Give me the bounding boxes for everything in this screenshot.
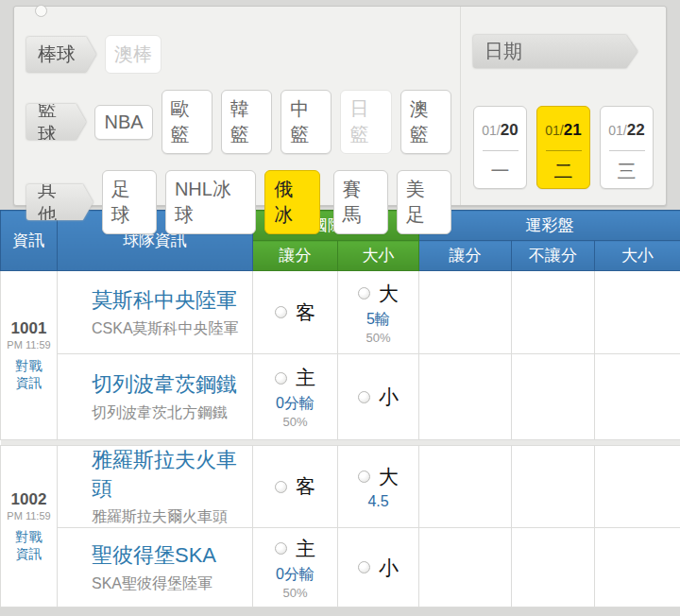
date-month-prefix: 01/ — [482, 123, 500, 138]
matchup-info-link[interactable]: 對戰資訊 — [1, 528, 57, 562]
bet-option-label: 客 — [296, 299, 315, 326]
intl-total-cell: 小 — [338, 528, 419, 607]
column-header-lottery-no-spread: 不讓分 — [512, 241, 595, 271]
intl-spread-cell: 主 0分輸 50% — [253, 354, 338, 440]
spread-radio-button[interactable] — [275, 306, 287, 318]
lottery-spread-cell-empty — [419, 528, 512, 607]
sport-button-nba[interactable]: NBA — [94, 105, 152, 140]
date-weekday: 三 — [618, 159, 637, 184]
date-filter-section: 日期 01/20 一 01/21 二 01/22 三 — [461, 7, 666, 205]
lottery-spread-cell-empty — [419, 446, 512, 528]
date-weekday: 一 — [491, 159, 510, 184]
bet-line-value: 0分輸 — [253, 565, 337, 585]
category-tag-other: 其他 — [26, 184, 94, 220]
lottery-total-cell-empty — [595, 446, 680, 528]
lottery-spread-cell-empty — [419, 354, 512, 440]
sport-button-japan-basketball[interactable]: 日籃 — [340, 90, 391, 154]
bet-option-label: 大 — [379, 464, 399, 490]
team-subtitle: SKA聖彼得堡陸軍 — [92, 574, 252, 594]
bet-line-value: 5輸 — [338, 310, 418, 330]
total-radio-button[interactable] — [358, 561, 370, 573]
team-name-link[interactable]: 莫斯科中央陸軍 — [92, 286, 252, 315]
panel-collapse-handle[interactable] — [35, 5, 47, 17]
team-name-link[interactable]: 聖彼得堡SKA — [92, 541, 252, 570]
match-id: 1001 — [1, 319, 57, 338]
filter-area: 棒球 澳棒 籃球 NBA 歐籃 韓籃 中籃 日籃 澳籃 其他 足球 NHL冰球 … — [0, 0, 680, 210]
sport-button-soccer[interactable]: 足球 — [102, 170, 157, 234]
sport-button-us-football[interactable]: 美足 — [397, 170, 451, 234]
sport-button-aus-baseball[interactable]: 澳棒 — [105, 35, 162, 74]
lottery-no-spread-cell-empty — [512, 528, 595, 607]
spread-radio-button[interactable] — [275, 542, 287, 555]
intl-total-cell: 大 4.5 — [338, 446, 419, 528]
date-month-prefix: 01/ — [608, 123, 626, 138]
sport-button-russia-hockey[interactable]: 俄冰 — [264, 170, 319, 234]
date-day: 21 — [564, 121, 582, 139]
date-button-0121-selected[interactable]: 01/21 二 — [536, 106, 590, 189]
date-weekday: 二 — [554, 159, 573, 184]
bet-line-value: 4.5 — [338, 493, 418, 510]
bet-option-label: 小 — [379, 384, 399, 410]
bet-win-percent: 50% — [253, 586, 337, 600]
sport-button-aus-basketball[interactable]: 澳籃 — [400, 90, 451, 154]
match-time: PM 11:59 — [1, 510, 57, 522]
date-day: 20 — [501, 121, 518, 139]
total-radio-button[interactable] — [358, 391, 370, 403]
date-section-title: 日期 — [473, 35, 638, 68]
intl-total-cell: 小 — [338, 354, 419, 440]
filter-row-other: 其他 足球 NHL冰球 俄冰 賽馬 美足 — [26, 170, 460, 234]
date-button-0120[interactable]: 01/20 一 — [473, 106, 527, 189]
lottery-spread-cell-empty — [419, 271, 512, 354]
category-tag-basketball: 籃球 — [26, 104, 86, 140]
lottery-total-cell-empty — [595, 354, 680, 440]
lottery-no-spread-cell-empty — [512, 271, 595, 354]
match-info-cell: 1002 PM 11:59 對戰資訊 — [1, 446, 58, 607]
intl-spread-cell: 客 — [253, 446, 338, 528]
lottery-no-spread-cell-empty — [512, 354, 595, 440]
sport-button-china-basketball[interactable]: 中籃 — [280, 90, 332, 154]
lottery-no-spread-cell-empty — [512, 446, 595, 528]
column-header-intl-spread: 讓分 — [253, 241, 338, 271]
spread-radio-button[interactable] — [275, 372, 287, 385]
team-subtitle: CSKA莫斯科中央陸軍 — [92, 319, 252, 339]
team-cell: 切列波韋茨鋼鐵 切列波韋茨北方鋼鐵 — [58, 354, 253, 440]
team-subtitle: 雅羅斯拉夫爾火車頭 — [92, 507, 252, 527]
sport-button-euro-basketball[interactable]: 歐籃 — [162, 90, 212, 154]
odds-table: 資訊 球隊資訊 國際盤 運彩盤 讓分 大小 讓分 不讓分 大小 1001 PM … — [0, 210, 680, 607]
intl-spread-cell: 主 0分輸 50% — [253, 528, 338, 607]
date-divider — [546, 150, 582, 151]
team-name-link[interactable]: 切列波韋茨鋼鐵 — [92, 370, 252, 399]
date-divider — [483, 150, 518, 151]
bet-option-label: 主 — [296, 365, 315, 391]
team-cell: 聖彼得堡SKA SKA聖彼得堡陸軍 — [58, 528, 253, 607]
column-header-lottery-total: 大小 — [595, 241, 680, 271]
filter-row-baseball: 棒球 澳棒 — [26, 35, 460, 74]
column-header-intl-total: 大小 — [338, 241, 419, 271]
bet-option-label: 主 — [296, 536, 315, 562]
sport-button-korea-basketball[interactable]: 韓籃 — [221, 90, 272, 154]
bet-option-label: 大 — [379, 281, 399, 307]
table-row: 聖彼得堡SKA SKA聖彼得堡陸軍 主 0分輸 50% 小 — [1, 528, 680, 607]
date-button-0122[interactable]: 01/22 三 — [600, 106, 654, 189]
bet-line-value: 0分輸 — [253, 394, 337, 414]
spread-radio-button[interactable] — [275, 481, 287, 493]
date-divider — [609, 150, 645, 151]
team-name-link[interactable]: 雅羅斯拉夫火車頭 — [92, 446, 252, 503]
lottery-total-cell-empty — [595, 271, 680, 354]
table-row: 1001 PM 11:59 對戰資訊 莫斯科中央陸軍 CSKA莫斯科中央陸軍 客… — [1, 271, 680, 354]
matchup-info-link[interactable]: 對戰資訊 — [1, 357, 57, 391]
match-info-cell: 1001 PM 11:59 對戰資訊 — [1, 271, 58, 440]
total-radio-button[interactable] — [358, 287, 370, 299]
bet-win-percent: 50% — [253, 415, 337, 429]
intl-spread-cell: 客 — [253, 271, 338, 354]
sports-filter-section: 棒球 澳棒 籃球 NBA 歐籃 韓籃 中籃 日籃 澳籃 其他 足球 NHL冰球 … — [14, 7, 461, 205]
match-id: 1002 — [1, 490, 57, 509]
intl-total-cell: 大 5輸 50% — [338, 271, 419, 354]
sport-button-horse-racing[interactable]: 賽馬 — [333, 170, 388, 234]
total-radio-button[interactable] — [358, 471, 370, 483]
date-button-row: 01/20 一 01/21 二 01/22 三 — [473, 106, 666, 189]
bet-option-label: 客 — [296, 473, 315, 500]
table-row: 切列波韋茨鋼鐵 切列波韋茨北方鋼鐵 主 0分輸 50% 小 — [1, 354, 680, 440]
sport-button-nhl-hockey[interactable]: NHL冰球 — [165, 170, 256, 234]
bet-option-label: 小 — [379, 555, 399, 581]
